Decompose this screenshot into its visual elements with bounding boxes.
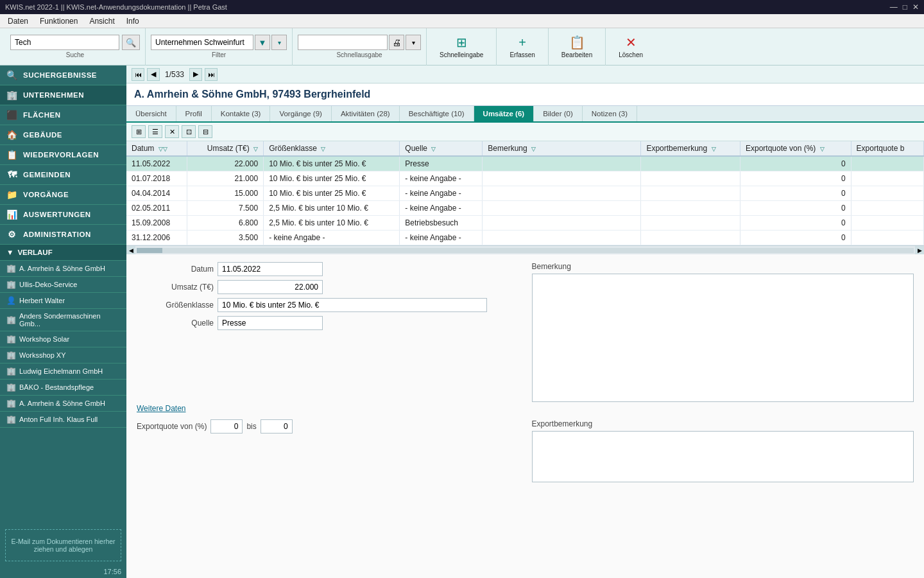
- tab-vorgaenge[interactable]: Vorgänge (9): [270, 106, 332, 121]
- cell-bemerkung: [483, 171, 641, 186]
- filter-input[interactable]: [151, 35, 253, 50]
- verlauf-item-label-5: Worksshop XY: [19, 351, 66, 359]
- menu-funktionen[interactable]: Funktionen: [35, 15, 83, 27]
- verlauf-item-3[interactable]: 🏢 Anders Sondermaschinen Gmb...: [0, 309, 126, 331]
- verlauf-item-8[interactable]: 🏢 A. Amrhein & Söhne GmbH: [0, 396, 126, 412]
- col-exportquote-von[interactable]: Exportquote von (%) ▽: [740, 141, 851, 156]
- detail-pane: Datum Umsatz (T€) Größenklasse Quelle: [126, 254, 924, 578]
- cell-exportbemerkung: [641, 186, 740, 201]
- maximize-button[interactable]: □: [903, 3, 907, 12]
- verlauf-item-0[interactable]: 🏢 A. Amrhein & Söhne GmbH: [0, 261, 126, 277]
- tab-beschaeftigte[interactable]: Beschäftigte (10): [400, 106, 474, 121]
- search-input[interactable]: [10, 35, 119, 50]
- tab-profil[interactable]: Profil: [176, 106, 212, 121]
- schnelleingabe-button[interactable]: ⊞ Schnelleingabe: [432, 31, 491, 63]
- titlebar: KWIS.net 2022-1 || KWIS.net-Anwendungsdo…: [0, 0, 924, 14]
- hscroll-thumb[interactable]: [137, 248, 162, 253]
- table-row[interactable]: 15.09.2008 6.800 2,5 Mio. € bis unter 10…: [126, 216, 924, 231]
- verlauf-item-6[interactable]: 🏢 Ludwig Eichelmann GmbH: [0, 363, 126, 380]
- sidebar-item-suchergebnisse[interactable]: 🔍 SUCHERGEBNISSE: [0, 66, 126, 85]
- groesse-input[interactable]: [218, 298, 487, 312]
- sidebar-item-gemeinden[interactable]: 🗺 GEMEINDEN: [0, 165, 126, 185]
- tab-bilder[interactable]: Bilder (0): [534, 106, 583, 121]
- table-toolbar: ⊞ ☰ ✕ ⊡ ⊟: [126, 123, 924, 141]
- exportbemerkung-textarea[interactable]: [532, 431, 914, 482]
- sidebar: 🔍 SUCHERGEBNISSE 🏢 UNTERNEHMEN ⬛ FLÄCHEN…: [0, 66, 126, 578]
- col-groesse[interactable]: Größenklasse ▽: [264, 141, 400, 156]
- email-drop-zone: E-Mail zum Dokumentieren hierher ziehen …: [5, 529, 121, 561]
- minimize-button[interactable]: —: [890, 3, 898, 12]
- filter-funnel-button[interactable]: ▼: [255, 35, 270, 50]
- tab-uebersicht[interactable]: Übersicht: [126, 106, 176, 121]
- table-row[interactable]: 02.05.2011 7.500 2,5 Mio. € bis unter 10…: [126, 201, 924, 216]
- hscroll-track[interactable]: [137, 248, 914, 253]
- nav-first-button[interactable]: ⏮: [132, 68, 144, 81]
- sidebar-item-vorgaenge[interactable]: 📁 VORGÄNGE: [0, 185, 126, 205]
- quelle-label: Quelle: [137, 319, 214, 328]
- menu-info[interactable]: Info: [121, 15, 144, 27]
- exportquote-von-input[interactable]: [210, 419, 243, 434]
- col-bemerkung[interactable]: Bemerkung ▽: [483, 141, 641, 156]
- tab-umsaetze[interactable]: Umsätze (6): [474, 106, 535, 121]
- bearbeiten-button[interactable]: 📋 Bearbeiten: [554, 31, 600, 63]
- tab-kontakte[interactable]: Kontakte (3): [212, 106, 271, 121]
- filter-dropdown-button[interactable]: ▾: [271, 35, 287, 50]
- cell-exportquote-bis: [851, 156, 923, 171]
- sidebar-item-wiedervorlagen[interactable]: 📋 WIEDERVORLAGEN: [0, 145, 126, 165]
- hscroll-left-button[interactable]: ◀: [126, 246, 135, 255]
- bearbeiten-label: Bearbeiten: [561, 51, 592, 58]
- verlauf-header[interactable]: ▼ VERLAUF: [0, 245, 126, 261]
- nav-prev-button[interactable]: ◀: [147, 68, 160, 81]
- cell-exportbemerkung: [641, 231, 740, 245]
- verlauf-item-9[interactable]: 🏢 Anton Full Inh. Klaus Full: [0, 412, 126, 428]
- table-row[interactable]: 01.07.2018 21.000 10 Mio. € bis unter 25…: [126, 171, 924, 186]
- table-btn-3[interactable]: ✕: [165, 125, 179, 138]
- col-umsatz[interactable]: Umsatz (T€) ▽: [187, 141, 264, 156]
- nav-next-button[interactable]: ▶: [189, 68, 202, 81]
- col-datum[interactable]: Datum ▽▽: [126, 141, 187, 156]
- output-dropdown-button[interactable]: ▾: [406, 35, 421, 50]
- datum-input[interactable]: [218, 262, 323, 276]
- cell-datum: 02.05.2011: [126, 201, 187, 216]
- sidebar-item-unternehmen[interactable]: 🏢 UNTERNEHMEN: [0, 85, 126, 105]
- table-btn-4[interactable]: ⊡: [182, 125, 196, 138]
- verlauf-item-5[interactable]: 🏢 Worksshop XY: [0, 347, 126, 363]
- menu-ansicht[interactable]: Ansicht: [84, 15, 119, 27]
- table-btn-1[interactable]: ⊞: [132, 125, 146, 138]
- table-btn-2[interactable]: ☰: [148, 125, 162, 138]
- quelle-input[interactable]: [218, 316, 323, 330]
- verlauf-item-7[interactable]: 🏢 BÄKO - Bestandspflege: [0, 380, 126, 396]
- search-button[interactable]: 🔍: [122, 35, 140, 50]
- tab-notizen[interactable]: Notizen (3): [583, 106, 637, 121]
- col-exportquote-bis[interactable]: Exportquote b: [851, 141, 923, 156]
- hscroll-right-button[interactable]: ▶: [915, 246, 924, 255]
- sidebar-item-auswertungen[interactable]: 📊 AUSWERTUNGEN: [0, 205, 126, 225]
- loeschen-button[interactable]: ✕ Löschen: [611, 31, 651, 63]
- exportquote-bis-input[interactable]: [261, 419, 293, 434]
- output-input[interactable]: [298, 35, 388, 50]
- table-btn-5[interactable]: ⊟: [198, 125, 212, 138]
- record-count: 1/533: [162, 70, 187, 79]
- col-exportbemerkung[interactable]: Exportbemerkung ▽: [641, 141, 740, 156]
- table-row[interactable]: 04.04.2014 15.000 10 Mio. € bis unter 25…: [126, 186, 924, 201]
- export-grid: Exportquote von (%) bis Exportbemerkung: [137, 419, 914, 484]
- umsatz-input[interactable]: [218, 280, 323, 294]
- verlauf-item-1[interactable]: 🏢 Ullis-Deko-Service: [0, 277, 126, 293]
- sidebar-item-administration[interactable]: ⚙ ADMINISTRATION: [0, 225, 126, 245]
- erfassen-button[interactable]: + Erfassen: [502, 31, 542, 63]
- menu-daten[interactable]: Daten: [3, 15, 33, 27]
- administration-icon: ⚙: [6, 229, 18, 240]
- col-quelle[interactable]: Quelle ▽: [400, 141, 483, 156]
- weitere-daten-link[interactable]: Weitere Daten: [137, 404, 914, 413]
- sidebar-item-flaechen[interactable]: ⬛ FLÄCHEN: [0, 105, 126, 125]
- output-print-button[interactable]: 🖨: [389, 35, 404, 50]
- verlauf-item-4[interactable]: 🏢 Workshop Solar: [0, 331, 126, 347]
- verlauf-item-2[interactable]: 👤 Herbert Walter: [0, 293, 126, 309]
- nav-last-button[interactable]: ⏭: [205, 68, 218, 81]
- bemerkung-textarea[interactable]: [532, 274, 914, 402]
- table-row[interactable]: 31.12.2006 3.500 - keine Angabe - - kein…: [126, 231, 924, 245]
- table-row[interactable]: 11.05.2022 22.000 10 Mio. € bis unter 25…: [126, 156, 924, 171]
- sidebar-item-gebaeude[interactable]: 🏠 GEBÄUDE: [0, 125, 126, 145]
- tab-aktivitaeten[interactable]: Aktivitäten (28): [332, 106, 400, 121]
- close-button[interactable]: ✕: [912, 3, 919, 12]
